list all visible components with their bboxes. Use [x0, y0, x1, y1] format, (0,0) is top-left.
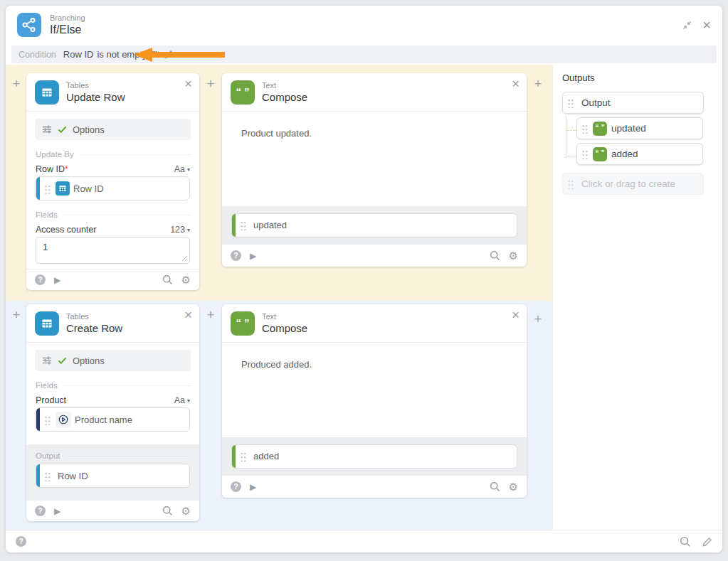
drag-handle-dots[interactable]: [581, 149, 588, 159]
field-type-dropdown[interactable]: Aa▾: [174, 164, 190, 174]
drag-handle-dots: [567, 178, 574, 189]
placeholder-label: Click or drag to create: [581, 178, 675, 189]
add-step-button[interactable]: +: [10, 78, 23, 90]
field-label-row-id: Row ID*: [36, 164, 68, 174]
condition-bar[interactable]: Condition Row ID is not empty "": [11, 46, 717, 63]
output-child-pill-updated[interactable]: “ ” updated: [576, 117, 703, 139]
pill-label: updated: [611, 123, 646, 134]
close-icon[interactable]: ×: [512, 307, 519, 323]
help-icon[interactable]: ?: [35, 506, 46, 516]
card-title: Compose: [262, 91, 307, 104]
collapse-icon[interactable]: [682, 20, 692, 31]
help-icon[interactable]: ?: [35, 274, 46, 285]
card-header: “ ” Text Compose ×: [222, 73, 527, 112]
pill-color-bar: [232, 445, 236, 468]
pill-label: added: [611, 149, 638, 159]
gear-icon[interactable]: ⚙: [509, 250, 518, 261]
branch1-connector-line: [566, 116, 576, 131]
card-title: Compose: [262, 322, 307, 335]
dotted-rule: [63, 385, 190, 386]
output-root-pill[interactable]: Output: [562, 92, 704, 114]
compose-text[interactable]: Product updated.: [222, 112, 527, 155]
compose-text[interactable]: Produced added.: [222, 343, 527, 386]
pill-label: Output: [581, 97, 611, 108]
product-pill[interactable]: Product name: [36, 407, 190, 432]
search-icon[interactable]: [490, 481, 500, 492]
field-type-dropdown[interactable]: Aa▾: [174, 395, 190, 405]
options-label: Options: [73, 124, 105, 135]
edit-pencil-icon[interactable]: [702, 537, 712, 547]
panel-category: Branching: [50, 14, 85, 23]
card-footer: ? ▶ ⚙: [222, 475, 527, 498]
dotted-rule: [66, 456, 190, 456]
card-footer: ? ▶ ⚙: [26, 500, 199, 521]
create-output-placeholder[interactable]: Click or drag to create: [562, 173, 704, 195]
search-icon[interactable]: [490, 250, 500, 261]
close-icon[interactable]: ×: [512, 76, 519, 92]
help-icon[interactable]: ?: [231, 250, 241, 261]
output-pill-updated[interactable]: updated: [231, 213, 517, 237]
add-step-button[interactable]: +: [532, 78, 544, 90]
options-button[interactable]: Options: [35, 350, 191, 371]
pill-label: updated: [253, 220, 287, 230]
run-step-icon[interactable]: ▶: [250, 251, 256, 261]
card-app-name: Text: [262, 81, 307, 91]
tables-icon: [35, 311, 59, 336]
chevron-down-icon: ▾: [187, 397, 190, 404]
gear-icon[interactable]: ⚙: [181, 274, 191, 285]
output-pill-added[interactable]: added: [231, 444, 517, 469]
drag-handle-dots[interactable]: [44, 183, 51, 194]
add-step-button[interactable]: +: [532, 313, 544, 326]
field-type-dropdown[interactable]: 123▾: [170, 225, 190, 235]
section-update-by: Update By: [36, 150, 190, 159]
close-icon[interactable]: ×: [184, 307, 192, 323]
help-icon[interactable]: ?: [16, 536, 26, 547]
output-child-pill-added[interactable]: “ ” added: [576, 143, 703, 165]
pill-label: Row ID: [58, 471, 88, 481]
options-label: Options: [73, 356, 105, 366]
gear-icon[interactable]: ⚙: [509, 481, 518, 492]
pill-color-bar: [36, 177, 40, 200]
drag-handle-dots[interactable]: [567, 97, 574, 108]
drag-handle-dots[interactable]: [581, 123, 588, 134]
dotted-rule: [80, 154, 190, 155]
pill-label: Row ID: [73, 183, 104, 194]
add-step-button[interactable]: +: [10, 309, 23, 321]
help-icon[interactable]: ?: [231, 481, 241, 492]
run-step-icon[interactable]: ▶: [54, 506, 60, 516]
card-app-name: Tables: [66, 312, 122, 322]
drag-handle-dots[interactable]: [44, 415, 51, 425]
drag-handle-dots[interactable]: [44, 471, 51, 481]
annotation-arrow: [134, 48, 225, 62]
run-step-icon[interactable]: ▶: [250, 482, 256, 492]
search-icon[interactable]: [680, 536, 691, 547]
update-row-card: Tables Update Row × Options Update By Ro…: [26, 73, 199, 290]
add-step-button[interactable]: +: [204, 309, 217, 321]
card-app-name: Text: [262, 312, 307, 322]
pill-label: Product name: [75, 415, 132, 425]
row-id-pill[interactable]: Row ID: [36, 176, 190, 201]
sliders-icon: [42, 356, 52, 365]
access-counter-input[interactable]: 1: [36, 237, 190, 264]
close-icon[interactable]: ×: [702, 19, 711, 31]
search-icon[interactable]: [162, 274, 173, 285]
gear-icon[interactable]: ⚙: [181, 506, 191, 516]
card-header: Tables Update Row ×: [26, 73, 199, 112]
search-icon[interactable]: [162, 506, 173, 516]
close-icon[interactable]: ×: [184, 76, 192, 92]
chevron-down-icon: ▾: [187, 166, 190, 173]
add-step-button[interactable]: +: [204, 78, 217, 90]
drag-handle-dots[interactable]: [240, 451, 246, 461]
required-mark: *: [65, 164, 68, 174]
options-button[interactable]: Options: [35, 119, 191, 140]
section-fields: Fields: [36, 381, 190, 390]
run-step-icon[interactable]: ▶: [54, 275, 60, 285]
output-chip-band: updated: [222, 206, 527, 244]
resize-handle[interactable]: [181, 255, 188, 262]
field-label-access-counter: Access counter: [36, 225, 96, 235]
tables-icon: [35, 80, 59, 105]
row-id-output-pill[interactable]: Row ID: [36, 464, 190, 488]
panel-bottom-bar: ?: [6, 530, 722, 552]
drag-handle-dots[interactable]: [240, 220, 246, 230]
text-quotes-icon: “ ”: [231, 80, 255, 105]
